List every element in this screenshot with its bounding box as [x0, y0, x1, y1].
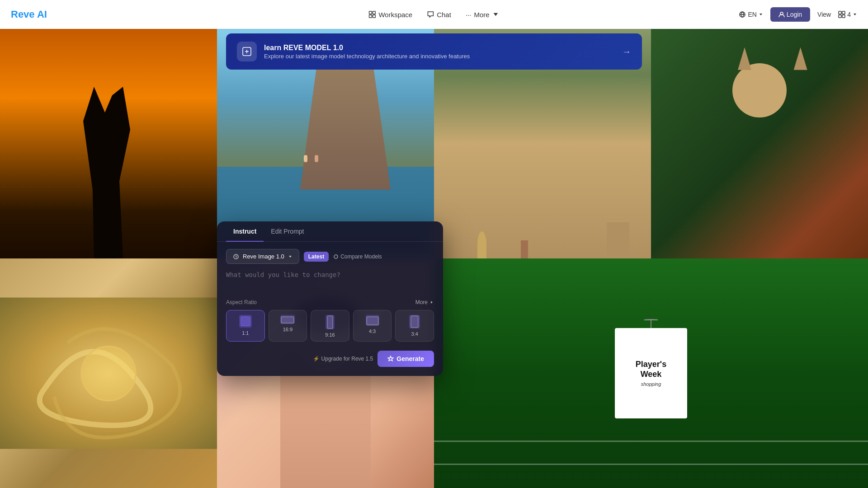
nav-right: EN Login View 4	[739, 7, 857, 22]
chevron-down-icon	[759, 12, 763, 17]
generate-icon	[387, 356, 394, 362]
chevron-right-icon	[429, 300, 434, 305]
login-button[interactable]: Login	[770, 7, 810, 22]
image-cell-5[interactable]	[0, 258, 217, 488]
prompt-textarea[interactable]	[226, 270, 434, 297]
model-select-icon	[233, 253, 239, 260]
banner-icon	[237, 42, 257, 61]
banner-text: learn REVE MODEL 1.0 Explore our latest …	[264, 44, 615, 60]
svg-rect-2	[369, 15, 372, 18]
swirl-decoration	[0, 258, 217, 488]
nav-workspace[interactable]: Workspace	[368, 11, 412, 19]
aspect-option-16-9[interactable]: 16:9	[269, 310, 307, 342]
popup-tabs: Instruct Edit Prompt	[217, 221, 443, 242]
svg-rect-18	[367, 317, 378, 325]
navbar: Reve AI Workspace Chat ··· More	[0, 0, 868, 29]
aspect-option-4-3[interactable]: 4:3	[353, 310, 392, 342]
aspect-option-3-4[interactable]: 3:4	[395, 310, 434, 342]
chevron-down-icon	[492, 11, 500, 18]
view-button[interactable]: View	[817, 11, 831, 18]
svg-rect-1	[373, 11, 375, 14]
more-options-button[interactable]: More	[415, 299, 434, 305]
dots-icon: ···	[466, 11, 472, 19]
nav-chat[interactable]: Chat	[427, 11, 451, 19]
model-icon	[241, 46, 252, 57]
generate-button[interactable]: Generate	[377, 351, 434, 367]
aspect-option-9-16[interactable]: 9:16	[311, 310, 349, 342]
login-icon	[778, 11, 785, 18]
svg-rect-9	[842, 15, 845, 18]
svg-rect-17	[327, 316, 333, 328]
image-cell-4[interactable]	[651, 29, 868, 258]
banner-subtitle: Explore our latest image model technolog…	[264, 53, 615, 60]
svg-rect-16	[281, 317, 294, 323]
aspect-options: 1:1 16:9 9:16 4:3	[226, 310, 434, 342]
svg-point-12	[81, 347, 136, 401]
compare-models-button[interactable]: Compare Models	[333, 253, 382, 260]
svg-rect-15	[241, 317, 250, 326]
tab-edit-prompt[interactable]: Edit Prompt	[264, 221, 311, 241]
popup-footer: ⚡ Upgrade for Reve 1.5 Generate	[226, 351, 434, 367]
chat-icon	[427, 11, 434, 18]
instruct-panel: Instruct Edit Prompt Reve Image 1.0 Late…	[217, 221, 443, 376]
compare-icon	[333, 254, 339, 259]
svg-rect-7	[842, 11, 845, 14]
shopping-bag: Player'sWeek shopping	[615, 328, 687, 418]
promo-banner[interactable]: learn REVE MODEL 1.0 Explore our latest …	[226, 33, 642, 70]
svg-rect-19	[411, 316, 418, 328]
aspect-ratio-section: Aspect Ratio More	[226, 299, 434, 305]
model-selector[interactable]: Reve Image 1.0	[226, 249, 299, 264]
svg-rect-6	[839, 11, 841, 14]
aspect-4-3-icon	[366, 315, 379, 326]
popup-body: Reve Image 1.0 Latest Compare Models Asp…	[217, 242, 443, 376]
banner-title: learn REVE MODEL 1.0	[264, 44, 615, 52]
grid-icon	[838, 11, 845, 18]
image-cell-7[interactable]: Player'sWeek shopping	[434, 258, 868, 488]
svg-rect-8	[839, 15, 841, 18]
aspect-option-1-1[interactable]: 1:1	[226, 310, 265, 342]
aspect-1-1-icon	[239, 315, 252, 328]
svg-rect-3	[373, 15, 375, 18]
grid-selector[interactable]: 4	[838, 11, 857, 18]
chevron-down-icon	[853, 12, 857, 17]
nav-center: Workspace Chat ··· More	[368, 11, 499, 19]
chevron-down-icon	[288, 254, 292, 259]
app-logo[interactable]: Reve AI	[11, 9, 47, 20]
aspect-3-4-icon	[409, 315, 420, 328]
workspace-icon	[368, 11, 376, 18]
model-row: Reve Image 1.0 Latest Compare Models	[226, 249, 434, 264]
tab-instruct[interactable]: Instruct	[226, 221, 264, 241]
globe-icon	[739, 11, 746, 18]
language-selector[interactable]: EN	[739, 11, 763, 18]
nav-more[interactable]: ··· More	[466, 11, 500, 19]
svg-rect-0	[369, 11, 372, 14]
aspect-16-9-icon	[280, 315, 295, 324]
banner-arrow[interactable]: →	[622, 47, 631, 57]
aspect-9-16-icon	[326, 315, 335, 329]
latest-badge: Latest	[304, 252, 329, 262]
image-cell-1[interactable]	[0, 29, 217, 258]
svg-point-14	[334, 255, 338, 258]
upgrade-button[interactable]: ⚡ Upgrade for Reve 1.5	[313, 356, 373, 362]
